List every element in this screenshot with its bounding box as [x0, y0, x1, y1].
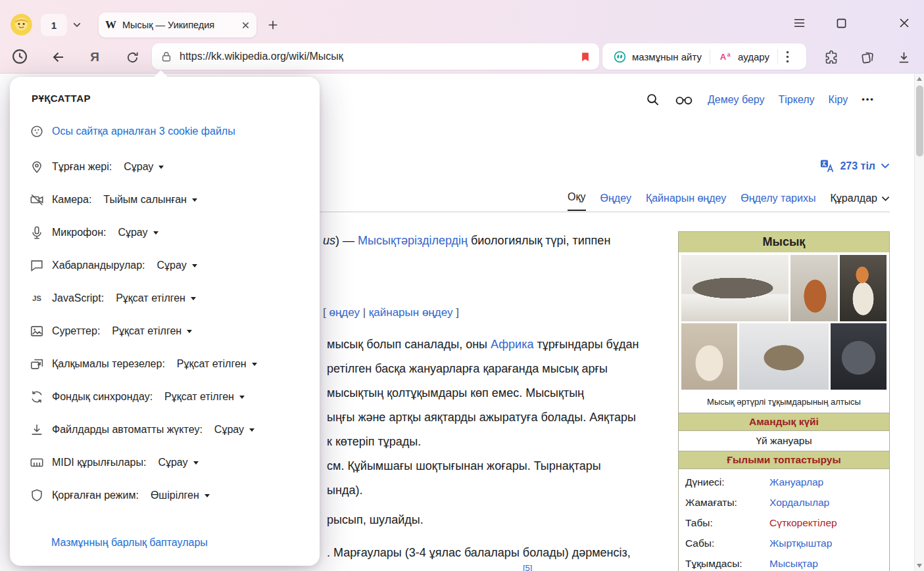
permission-row: Қорғалған режим:Өшірілген: [30, 479, 306, 512]
article-text-line: ыңғы және артқы аяқтарды ажыратуға болад…: [327, 411, 636, 424]
translate-icon: А а: [718, 50, 733, 64]
url-text[interactable]: https://kk.wikipedia.org/wiki/Мысық: [180, 51, 573, 62]
scroll-down-arrow-icon[interactable]: [917, 564, 922, 568]
close-window-button[interactable]: [896, 14, 913, 32]
permission-row: Хабарландырулар:Сұрау: [30, 249, 306, 282]
article-text-line: к көтеріп тұрады.: [327, 435, 421, 449]
permission-value-dropdown[interactable]: Сұрау: [118, 227, 158, 239]
taxonomy-label: Дүниесі:: [685, 476, 769, 488]
taxonomy-row: Дүниесі:Жануарлар: [679, 472, 889, 492]
white-and-red-cat-photo[interactable]: [840, 255, 887, 321]
permission-value-dropdown[interactable]: Рұқсат етілген: [112, 325, 192, 337]
taxonomy-row: Жамағаты:Хордалылар: [679, 492, 889, 513]
tabby-cat-in-snow-photo[interactable]: [739, 323, 828, 390]
reload-icon[interactable]: [124, 49, 141, 66]
article-text-line: мысық болып саналады, оны Африка тұрғынд…: [327, 338, 639, 352]
register-link[interactable]: Тіркелу: [779, 94, 815, 106]
toolbar-actions-group: мазмұнын айту А а аудару: [602, 43, 806, 70]
permission-value-dropdown[interactable]: Сұрау: [124, 161, 164, 173]
article-tab-3[interactable]: Өңделу тарихы: [741, 193, 815, 211]
appearance-icon[interactable]: [674, 93, 694, 106]
divider: [710, 49, 710, 64]
taxonomy-value-link[interactable]: Мысықтар: [769, 558, 818, 570]
taxonomy-value-link[interactable]: Сүткоректілер: [769, 517, 837, 529]
permission-value-dropdown[interactable]: Рұқсат етілген: [116, 292, 196, 304]
article-tab-2[interactable]: Қайнарын өңдеу: [646, 193, 726, 211]
page-scrollbar[interactable]: [914, 74, 924, 571]
permission-row: Қалқымалы терезелер:Рұқсат етілген: [30, 348, 306, 380]
gray-cat-face-photo[interactable]: [831, 323, 887, 390]
images-icon: [30, 324, 44, 338]
scrollbar-thumb[interactable]: [916, 85, 923, 156]
dropdown-caret-icon: [193, 461, 199, 465]
svg-text:А: А: [720, 51, 727, 61]
back-icon[interactable]: [50, 49, 67, 66]
notifications-icon: [30, 258, 44, 273]
login-link[interactable]: Кіру: [829, 94, 848, 106]
tools-menu[interactable]: Құралдар: [830, 193, 890, 211]
extensions-puzzle-icon[interactable]: [823, 49, 840, 66]
scroll-up-arrow-icon[interactable]: [917, 77, 922, 81]
article-text: ретілген басқа жануарларға қарағанда мыс…: [327, 362, 608, 375]
all-content-settings-link[interactable]: Мазмұнның барлық баптаулары: [51, 537, 208, 549]
tab-close-icon[interactable]: [241, 21, 250, 30]
toolbar-more-icon[interactable]: [781, 51, 794, 63]
read-aloud-button[interactable]: мазмұнын айту: [608, 50, 707, 64]
browser-window: Демеу беру Тіркелу Кіру ••• 273 тіл ОқуӨ…: [0, 0, 924, 571]
permission-value-dropdown[interactable]: Тыйым салынған: [103, 194, 197, 206]
permission-value-dropdown[interactable]: Сұрау: [214, 424, 255, 436]
siamese-cat-photo[interactable]: [681, 323, 737, 390]
translate-button[interactable]: А а аудару: [713, 50, 775, 64]
language-count[interactable]: 273 тіл: [840, 160, 875, 172]
permission-value-dropdown[interactable]: Сұрау: [157, 260, 197, 271]
profile-avatar[interactable]: [11, 14, 32, 35]
gray-tabby-lying-cat-photo[interactable]: [681, 255, 789, 321]
more-options-icon[interactable]: •••: [862, 95, 875, 104]
taxonomy-value-link[interactable]: Жыртқыштар: [769, 537, 832, 549]
browser-tab[interactable]: W Мысық — Уикипедия: [99, 12, 256, 37]
permission-row: MIDI құрылғылары:Сұрау: [30, 446, 306, 479]
taxonomy-value-link[interactable]: Жануарлар: [769, 476, 823, 488]
taxonomy-value-link[interactable]: Хордалылар: [769, 497, 829, 509]
conservation-status-header: Амандық күйі: [679, 413, 889, 431]
article-text: . Марғаулары (3-4 ұялас балалары болады)…: [327, 546, 631, 559]
permission-value-dropdown[interactable]: Рұқсат етілген: [164, 391, 245, 403]
article-link[interactable]: Мысықтәрізділердің: [358, 234, 468, 247]
article-link[interactable]: Африка: [491, 338, 533, 351]
red-abyssinian-cat-photo[interactable]: [790, 255, 837, 321]
search-icon[interactable]: [645, 92, 660, 107]
article-link[interactable]: өңдеу: [329, 306, 360, 319]
bookmark-icon[interactable]: [579, 51, 591, 63]
reference-link[interactable]: [5]: [523, 563, 532, 571]
language-selector[interactable]: 273 тіл: [819, 158, 890, 173]
address-bar[interactable]: https://kk.wikipedia.org/wiki/Мысық: [152, 43, 599, 70]
history-icon[interactable]: [9, 46, 30, 67]
permission-label: JavaScript:: [52, 292, 104, 304]
permission-row: Суреттер:Рұқсат етілген: [30, 315, 306, 348]
permission-value-dropdown[interactable]: Сұрау: [158, 457, 198, 468]
permission-value-dropdown[interactable]: Өшірілген: [151, 490, 210, 501]
article-text: тұрғындары бұдан: [533, 338, 639, 351]
auto-download-icon: [30, 423, 44, 437]
permission-label: Камера:: [52, 194, 91, 206]
divider: [777, 49, 778, 64]
new-tab-button[interactable]: [264, 16, 281, 34]
site-permissions-lock-icon[interactable]: [160, 50, 173, 63]
collections-icon[interactable]: [859, 49, 876, 66]
article-tabs: ОқуӨңдеуҚайнарын өңдеуӨңделу тарихы Құра…: [568, 191, 890, 211]
cookies-link[interactable]: Осы сайтқа арналған 3 cookie файлы: [52, 126, 235, 137]
tab-title: Мысық — Уикипедия: [122, 20, 235, 30]
permission-value-dropdown[interactable]: Рұқсат етілген: [177, 358, 257, 370]
maximize-button[interactable]: [833, 14, 850, 32]
donate-link[interactable]: Демеу беру: [708, 94, 765, 106]
article-text: рысып, шулайды.: [327, 513, 424, 526]
tab-list-chevron-icon[interactable]: [68, 18, 86, 32]
downloads-icon[interactable]: [895, 49, 912, 66]
window-menu-icon[interactable]: [790, 14, 808, 32]
yandex-icon[interactable]: Я: [85, 48, 104, 66]
article-tab-1[interactable]: Өңдеу: [600, 193, 631, 211]
article-link[interactable]: қайнарын өңдеу: [369, 306, 453, 319]
permission-label: Микрофон:: [52, 227, 106, 239]
article-tab-0[interactable]: Оқу: [568, 191, 585, 211]
tab-counter-button[interactable]: 1: [41, 14, 67, 36]
